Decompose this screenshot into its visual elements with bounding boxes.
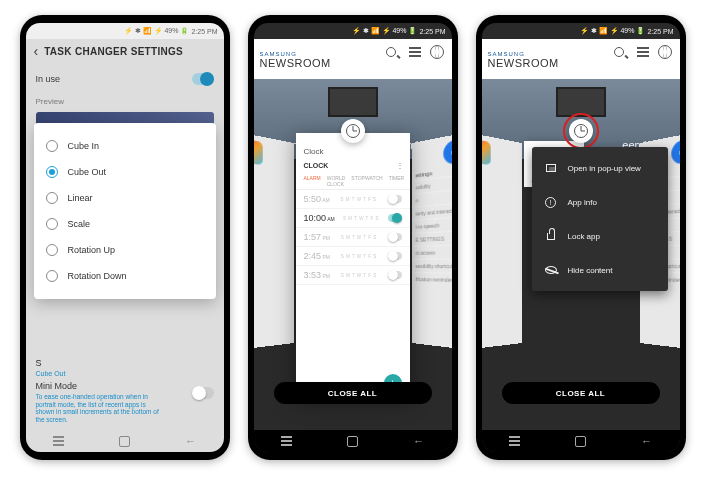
clock-icon xyxy=(574,124,588,138)
photos-app-icon[interactable] xyxy=(254,138,263,165)
search-icon[interactable] xyxy=(386,45,400,59)
task-switcher[interactable]: ⚙ ettingsssibilitynterity and interactit… xyxy=(482,123,680,408)
phone-1: ⚡ ✱ 📶 ⚡ 49% 🔋 2:25 PM ‹ TASK CHANGER SET… xyxy=(20,15,230,460)
alarm-days: S M T W T F S xyxy=(335,216,388,221)
alarm-days: S M T W T F S xyxy=(330,254,388,259)
alarm-time: 10:00 AM xyxy=(304,213,335,223)
status-time: 2:25 PM xyxy=(647,28,673,35)
globe-icon[interactable] xyxy=(658,45,672,59)
alarm-time: 1:57 PM xyxy=(304,232,330,242)
browser-header: SAMSUNG NEWSROOM xyxy=(482,39,680,79)
alarm-time: 2:45 PM xyxy=(304,251,330,261)
alarm-row[interactable]: 2:45 PMS M T W T F S xyxy=(296,247,410,266)
alarm-toggle[interactable] xyxy=(388,214,402,222)
search-icon[interactable] xyxy=(614,45,628,59)
mini-mode-title[interactable]: Mini Mode xyxy=(36,381,192,391)
task-card-center[interactable]: Clock CLOCK ⋮ ALARMWORLD CLOCKSTOPWATCHT… xyxy=(296,133,410,398)
more-icon[interactable]: ⋮ xyxy=(396,161,404,170)
alarm-row[interactable]: 1:57 PMS M T W T F S xyxy=(296,228,410,247)
sidecard-line: ct access xyxy=(412,244,452,259)
radio-option-cube-in[interactable]: Cube In xyxy=(46,133,204,159)
globe-icon[interactable] xyxy=(430,45,444,59)
phone-2: ⚡ ✱ 📶 ⚡ 49% 🔋 2:25 PM SAMSUNG NEWSROOM S… xyxy=(248,15,458,460)
screen-2: ⚡ ✱ 📶 ⚡ 49% 🔋 2:25 PM SAMSUNG NEWSROOM S… xyxy=(254,23,452,452)
radio-icon[interactable] xyxy=(46,140,58,152)
task-card-left[interactable] xyxy=(254,134,294,349)
menu-icon[interactable] xyxy=(408,45,422,59)
nav-back-icon[interactable] xyxy=(184,435,197,448)
clock-icon xyxy=(346,124,360,138)
menu-icon[interactable] xyxy=(636,45,650,59)
tv-image xyxy=(556,87,606,117)
status-bar: ⚡ ✱ 📶 ⚡ 49% 🔋 2:25 PM xyxy=(26,23,224,39)
nav-recent-icon[interactable] xyxy=(52,435,65,448)
radio-icon[interactable] xyxy=(46,270,58,282)
clock-tab-timer[interactable]: TIMER xyxy=(389,175,405,187)
current-value: Cube Out xyxy=(36,370,214,377)
status-indicators: ⚡ ✱ 📶 ⚡ 49% 🔋 xyxy=(352,27,418,35)
ctx-item-open-in-pop-up-view[interactable]: Open in pop-up view xyxy=(532,151,668,185)
photos-app-icon[interactable] xyxy=(482,138,491,165)
clock-tab-stopwatch[interactable]: STOPWATCH xyxy=(351,175,382,187)
hide-icon xyxy=(545,266,557,274)
task-card-right[interactable]: ⚙ ettingsssibilitynterity and interactit… xyxy=(412,134,452,349)
alarm-days: S M T W T F S xyxy=(330,273,388,278)
radio-icon[interactable] xyxy=(46,192,58,204)
radio-option-rotation-up[interactable]: Rotation Up xyxy=(46,237,204,263)
radio-icon[interactable] xyxy=(46,166,58,178)
ctx-item-hide-content[interactable]: Hide content xyxy=(532,253,668,287)
clock-tabs: ALARMWORLD CLOCKSTOPWATCHTIMER xyxy=(296,171,410,190)
radio-option-cube-out[interactable]: Cube Out xyxy=(46,159,204,185)
alarm-toggle[interactable] xyxy=(388,271,402,279)
mini-mode-toggle[interactable] xyxy=(192,387,214,399)
ctx-item-lock-app[interactable]: Lock app xyxy=(532,219,668,253)
ctx-item-app-info[interactable]: App info xyxy=(532,185,668,219)
radio-option-rotation-down[interactable]: Rotation Down xyxy=(46,263,204,289)
bottom-settings: S Cube Out Mini Mode To ease one-handed … xyxy=(26,354,224,428)
nav-home-icon[interactable] xyxy=(346,435,359,448)
radio-label: Linear xyxy=(68,193,93,203)
alarm-toggle[interactable] xyxy=(388,195,402,203)
screen-1: ⚡ ✱ 📶 ⚡ 49% 🔋 2:25 PM ‹ TASK CHANGER SET… xyxy=(26,23,224,452)
nav-home-icon[interactable] xyxy=(574,435,587,448)
nav-back-icon[interactable] xyxy=(412,435,425,448)
status-time: 2:25 PM xyxy=(191,28,217,35)
alarm-row[interactable]: 10:00 AMS M T W T F S xyxy=(296,209,410,228)
alarm-days: S M T W T F S xyxy=(330,197,388,202)
status-time: 2:25 PM xyxy=(419,28,445,35)
clock-app-icon[interactable] xyxy=(341,119,365,143)
ctx-icon-wrap xyxy=(544,229,558,243)
radio-option-linear[interactable]: Linear xyxy=(46,185,204,211)
mini-mode-sub: To ease one-handed operation when in por… xyxy=(36,393,192,424)
ctx-icon-wrap xyxy=(544,263,558,277)
radio-option-scale[interactable]: Scale xyxy=(46,211,204,237)
info-icon xyxy=(545,197,556,208)
alarm-row[interactable]: 5:50 AMS M T W T F S xyxy=(296,190,410,209)
radio-label: Cube Out xyxy=(68,167,107,177)
tv-image xyxy=(328,87,378,117)
clock-tab-alarm[interactable]: ALARM xyxy=(304,175,321,187)
radio-label: Rotation Down xyxy=(68,271,127,281)
nav-recent-icon[interactable] xyxy=(280,435,293,448)
nav-back-icon[interactable] xyxy=(640,435,653,448)
close-all-button[interactable]: CLOSE ALL xyxy=(274,382,432,404)
ctx-icon-wrap xyxy=(544,195,558,209)
clock-tab-world-clock[interactable]: WORLD CLOCK xyxy=(327,175,346,187)
task-switcher[interactable]: ⚙ ettingsssibilitynterity and interactit… xyxy=(254,123,452,408)
lock-icon xyxy=(547,233,555,240)
clock-header: CLOCK xyxy=(296,160,410,171)
radio-icon[interactable] xyxy=(46,244,58,256)
sidecard-line: ification reminder xyxy=(412,272,452,287)
task-card-left[interactable] xyxy=(482,134,522,349)
alarm-toggle[interactable] xyxy=(388,233,402,241)
nav-home-icon[interactable] xyxy=(118,435,131,448)
clock-app-icon[interactable] xyxy=(569,119,593,143)
nav-recent-icon[interactable] xyxy=(508,435,521,448)
alarm-row[interactable]: 3:53 PMS M T W T F S xyxy=(296,266,410,285)
radio-label: Rotation Up xyxy=(68,245,116,255)
alarm-list: 5:50 AMS M T W T F S10:00 AMS M T W T F … xyxy=(296,190,410,285)
radio-icon[interactable] xyxy=(46,218,58,230)
close-all-button[interactable]: CLOSE ALL xyxy=(502,382,660,404)
alarm-toggle[interactable] xyxy=(388,252,402,260)
ctx-label: App info xyxy=(568,198,597,207)
